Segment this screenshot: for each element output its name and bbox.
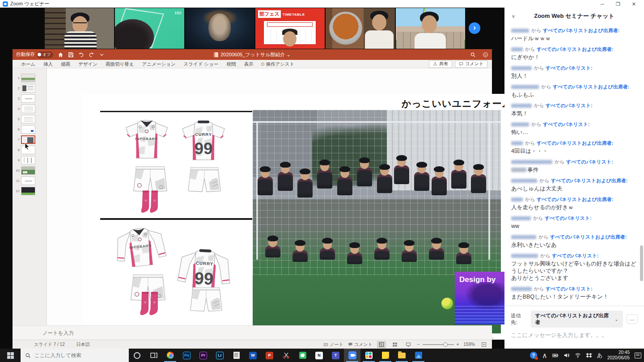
thumbnail-image[interactable] [21,125,35,134]
ribbon-tab-8[interactable]: 表示 [240,60,257,68]
zoom-percent[interactable]: 159% [463,342,475,347]
home-icon[interactable] [57,51,64,58]
hidden-icons-chevron[interactable]: ∧ [542,351,547,360]
zoom-knob[interactable] [443,342,448,347]
taskbar-search[interactable] [21,349,129,362]
undo-icon[interactable] [78,51,84,58]
ribbon-tab-1[interactable]: 挿入 [39,60,57,68]
slideshow-view-button[interactable] [404,341,413,348]
dropbox-icon[interactable] [586,352,592,358]
redo-icon[interactable] [88,51,94,58]
slide-thumbnail-12[interactable]: 12 [13,186,47,196]
help-icon[interactable]: ? [530,352,537,359]
feedback-smiley-icon[interactable] [482,51,488,58]
slide-thumbnail-9[interactable]: 9 [13,155,47,165]
thumbnail-image[interactable] [21,74,35,82]
autosave-toggle[interactable]: 自動保存 オフ [16,51,53,58]
video-tile-4[interactable]: 部フェス TIMETABLE [255,8,325,49]
slide-7[interactable]: かっこいいユニフォーム INFOBAHN CURR [82,94,517,340]
slide-thumbnail-3[interactable]: 3 [13,93,47,104]
taskbar-cortana-icon[interactable] [129,349,145,362]
thumbnail-image[interactable] [21,166,35,175]
taskbar-task-view-icon[interactable] [145,349,162,362]
ime-indicator[interactable]: あ [597,352,602,359]
taskbar-lightroom-icon[interactable]: Lr [212,349,228,362]
taskbar-sticky-notes-icon[interactable] [377,349,394,362]
zoom-in-button[interactable]: + [457,342,459,347]
slide-thumbnail-2[interactable]: 2 [13,83,47,93]
send-to-dropdown[interactable]: すべてのパネリストおよび出席者⌄ [531,311,623,328]
chat-scrollbar-thumb[interactable] [640,245,643,281]
ribbon-tab-6[interactable]: スライド ショー [179,60,222,68]
thumbnail-image[interactable] [21,156,35,164]
thumbnail-image[interactable] [21,177,35,185]
taskbar-word-icon[interactable]: W [245,349,261,362]
video-tile-2[interactable]: IOI [115,8,184,49]
taskbar-photoshop-icon[interactable]: Ps [178,349,195,362]
notification-center-icon[interactable] [635,353,641,358]
taskbar-chrome-icon[interactable] [162,349,178,362]
video-tile-1[interactable] [45,8,114,49]
notes-toggle[interactable]: ノート [323,341,343,348]
thumbnail-image[interactable] [21,84,35,93]
video-tile-6[interactable] [396,8,465,49]
thumbnail-image[interactable] [21,187,35,195]
slide-thumbnail-4[interactable]: 4 [13,104,47,114]
taskbar-premiere-icon[interactable]: Pr [195,349,212,362]
taskbar-evernote-icon[interactable] [294,349,311,362]
ribbon-tab-7[interactable]: 校閲 [222,60,240,68]
taskbar-slack-icon[interactable] [360,349,377,362]
comments-button[interactable]: コメント [455,60,487,68]
thumbnail-image[interactable] [21,94,35,103]
speaker-icon[interactable] [564,352,570,358]
chat-scrollbar[interactable] [640,25,643,305]
slide-thumbnail-10[interactable]: 10 [13,165,47,176]
slide-thumbnail-1[interactable]: 1 [13,73,47,83]
slide-thumbnail-11[interactable]: 11 [13,176,47,186]
chat-input[interactable] [511,332,638,338]
chat-message-list[interactable]: から すべてのパネリストおよび出席者:ハードルｗｗｗ から すべてのパネリストお… [504,25,640,305]
taskbar-powerpoint-icon[interactable]: P [261,349,278,362]
notes-pane[interactable]: ノートを入力 [13,325,492,340]
slide-thumbnail-5[interactable]: 5 [13,114,47,124]
ribbon-tab-5[interactable]: アニメーション [138,60,179,68]
slide-thumbnail-6[interactable]: 6 [13,124,47,135]
next-participants-button[interactable]: › [469,22,480,34]
video-tile-3[interactable] [185,8,254,49]
slide-canvas[interactable]: かっこいいユニフォーム INFOBAHN CURR [47,68,492,325]
battery-icon[interactable] [552,352,559,358]
ribbon-tab-3[interactable]: デザイン [74,60,102,68]
zoom-slider[interactable]: − + [417,342,459,347]
comments-toggle[interactable]: コメント [348,341,373,348]
ribbon-tab-9[interactable]: 操作アシスト [257,60,298,68]
wifi-icon[interactable] [575,352,581,358]
ribbon-tab-4[interactable]: 画面切り替え [102,60,138,68]
qat-more-icon[interactable] [98,51,105,58]
thumbnail-image[interactable] [21,105,35,113]
close-button[interactable]: ✕ [632,0,636,8]
taskbar-snipping-tool-icon[interactable] [278,349,294,362]
taskbar-notes-app-icon[interactable] [228,349,245,362]
search-input[interactable] [34,353,124,358]
share-button[interactable]: 共有 [429,60,452,68]
normal-view-button[interactable] [377,341,386,348]
taskbar-notion-icon[interactable]: N [311,349,327,362]
start-button[interactable] [0,349,21,362]
minimize-button[interactable]: ─ [601,0,604,8]
zoom-out-button[interactable]: − [417,342,420,347]
search-icon[interactable] [470,51,476,58]
ribbon-tab-2[interactable]: 描画 [57,60,74,68]
language-indicator[interactable]: 日本語 [76,341,90,348]
restore-button[interactable]: ❐ [616,0,620,8]
taskbar-teams-icon[interactable]: T [327,349,344,362]
video-tile-5[interactable] [326,8,395,49]
taskbar-clock[interactable]: 20:45 2020/06/05 [607,350,630,361]
taskbar-zoom-icon[interactable] [344,349,360,362]
chat-more-button[interactable]: … [627,314,638,324]
fit-to-window-button[interactable] [479,341,488,348]
taskbar-file-explorer-icon[interactable] [394,349,410,362]
thumbnail-image[interactable] [21,115,35,123]
slide-sorter-view-button[interactable] [390,341,399,348]
taskbar-photos-icon[interactable] [410,349,427,362]
chevron-down-icon[interactable]: ∨ [512,13,515,19]
